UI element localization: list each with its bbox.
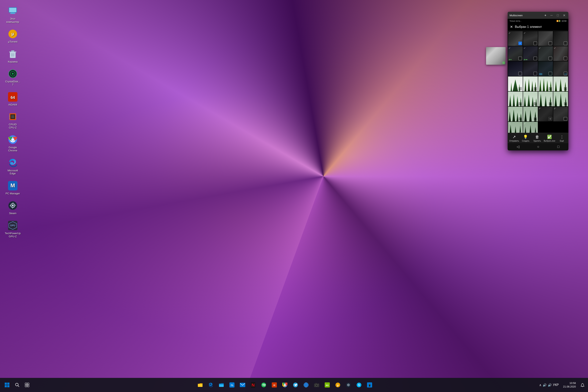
taskbar-app-files[interactable] <box>216 380 226 390</box>
gallery-item-checkbox[interactable] <box>564 72 567 75</box>
gallery-item[interactable]: ⤢ <box>538 46 553 61</box>
phone-gallery[interactable]: ⤢ ⤢ <box>508 31 569 133</box>
gallery-item[interactable] <box>553 76 568 91</box>
search-button[interactable] <box>12 380 22 390</box>
gallery-item[interactable]: ⤢ <box>508 76 523 91</box>
desktop-icon-this-pc[interactable]: Этот компьютер <box>4 4 21 25</box>
tray-chevron[interactable]: ∧ <box>539 383 542 387</box>
tray-lang[interactable]: УКР <box>553 383 559 387</box>
gallery-item[interactable]: ⤢ <box>523 122 538 133</box>
gallery-item-checkbox[interactable] <box>534 57 537 60</box>
gallery-item[interactable]: ⤢ ⤢ <box>538 107 553 122</box>
phone-home-button[interactable]: ○ <box>537 145 539 149</box>
desktop-icon-utorrent[interactable]: μ µTorrent <box>4 27 21 45</box>
gallery-item[interactable] <box>523 107 538 122</box>
desktop-icon-aida64[interactable]: 64 AIDA64 <box>4 90 21 108</box>
gallery-item[interactable] <box>538 62 553 76</box>
taskbar-app-chrome[interactable] <box>280 380 290 390</box>
taskbar-app-telegram[interactable] <box>290 380 301 390</box>
desktop-icon-steam[interactable]: Steam <box>4 198 21 216</box>
desktop-icon-chrome[interactable]: Google Chrome <box>4 132 21 154</box>
gallery-item-checkbox[interactable] <box>549 117 552 120</box>
gallery-item-checkbox[interactable] <box>534 117 537 120</box>
desktop-icon-cpuz[interactable]: CPUID CPU-Z <box>4 110 21 130</box>
gallery-item[interactable]: ⤢ <box>508 122 523 133</box>
gallery-item-checkbox[interactable] <box>564 117 567 120</box>
taskbar-app-camera[interactable] <box>312 380 322 390</box>
gallery-item[interactable] <box>523 62 538 76</box>
gallery-item-checkbox[interactable] <box>549 57 552 60</box>
gallery-item[interactable]: ⤢ <box>508 46 523 61</box>
taskbar-app-edge[interactable] <box>206 380 216 390</box>
gallery-item[interactable]: ⤢ <box>523 31 538 46</box>
phone-maximize-button[interactable]: □ <box>556 13 560 18</box>
start-button[interactable] <box>1 380 12 390</box>
gallery-item[interactable]: ⤢ <box>523 46 538 61</box>
phone-more-button[interactable]: ⋮ Ещё <box>557 134 567 142</box>
taskbar-app-mail[interactable] <box>237 380 248 390</box>
gallery-item-checkbox[interactable] <box>534 132 537 133</box>
gallery-item-checkbox[interactable] <box>564 42 567 45</box>
gallery-item-checkbox[interactable] <box>564 57 567 60</box>
gallery-item[interactable]: ⤢ <box>508 31 523 46</box>
gallery-item[interactable] <box>508 107 523 122</box>
gallery-item[interactable] <box>508 62 523 76</box>
phone-send-button[interactable]: ↗ Отправить <box>509 134 519 142</box>
desktop-icon-crystaldisk[interactable]: 7 CrystalDisk... 7 <box>4 67 21 88</box>
phone-header-close-button[interactable]: ✕ <box>510 25 513 29</box>
taskbar-app-explorer[interactable] <box>195 380 205 390</box>
phone-select-all-button[interactable]: ✅ Выбрать все <box>544 134 555 142</box>
notification-button[interactable] <box>579 380 587 390</box>
gallery-item[interactable]: ⤢ <box>523 76 538 91</box>
gallery-item[interactable] <box>553 92 568 106</box>
taskbar-app-steam[interactable] <box>343 380 354 390</box>
gallery-item-checkbox[interactable] <box>564 102 567 106</box>
gallery-item-checkbox[interactable] <box>518 102 522 106</box>
desktop-icon-pcmanager[interactable]: M PC Manager <box>4 179 21 197</box>
taskbar-app-skype[interactable]: S <box>354 380 364 390</box>
taskbar-app-spotify[interactable] <box>259 380 269 390</box>
taskbar-app-nvidia[interactable]: NV <box>322 380 332 390</box>
gallery-item-checkbox[interactable] <box>549 42 552 45</box>
taskbar-app-hwinfo[interactable]: H <box>269 380 279 390</box>
gallery-item[interactable]: ⤢ ⤢ <box>553 107 568 122</box>
gallery-item-checkbox[interactable] <box>564 87 567 90</box>
gallery-item[interactable] <box>553 62 568 76</box>
gallery-item[interactable]: ⤢ <box>553 46 568 61</box>
gallery-item-checkbox[interactable] <box>549 87 552 90</box>
taskbar-app-store[interactable]: 🛍 <box>227 380 237 390</box>
phone-minimize-button[interactable]: ─ <box>549 13 554 18</box>
gallery-item-checkbox[interactable] <box>534 87 537 90</box>
gallery-item[interactable]: ⤢ <box>538 76 553 91</box>
taskbar-app-utorrent[interactable]: μ <box>333 380 343 390</box>
phone-create-button[interactable]: 💡 Создать <box>521 134 531 142</box>
desktop-icon-recycle[interactable]: Корзина <box>4 47 21 65</box>
taskbar-app-netflix[interactable]: N <box>248 380 258 390</box>
gallery-item-checkbox[interactable] <box>549 72 552 75</box>
task-view-button[interactable] <box>22 380 32 390</box>
gallery-item[interactable] <box>553 31 568 46</box>
gallery-item-checkbox[interactable] <box>534 42 537 45</box>
phone-recents-button[interactable]: □ <box>557 145 559 149</box>
gallery-item-checkbox[interactable] <box>518 72 522 75</box>
desktop-icon-edge[interactable]: Microsoft Edge <box>4 156 21 177</box>
gallery-item-checkbox[interactable] <box>518 42 522 45</box>
tray-volume[interactable]: 🔊 <box>543 383 547 387</box>
gallery-item-checkbox[interactable] <box>518 87 522 90</box>
gallery-item-checkbox[interactable] <box>518 132 522 133</box>
gallery-item-checkbox[interactable] <box>518 57 522 60</box>
gallery-item-checkbox[interactable] <box>534 102 537 106</box>
gallery-item[interactable] <box>523 92 538 106</box>
tray-network[interactable]: 🔊 <box>548 383 552 387</box>
phone-delete-button[interactable]: 🗑 Удалить <box>532 135 542 142</box>
phone-back-button[interactable]: ◁ <box>517 144 519 149</box>
gallery-item[interactable] <box>538 92 553 106</box>
gallery-item-checkbox[interactable] <box>549 102 552 106</box>
gallery-item[interactable] <box>508 92 523 106</box>
taskbar-app-last[interactable]: 📱 <box>365 380 375 390</box>
phone-pin-button[interactable]: ✦ <box>543 13 548 18</box>
gallery-item-checkbox[interactable] <box>534 72 537 75</box>
taskbar-app-browser2[interactable] <box>301 380 311 390</box>
gallery-item-checkbox[interactable] <box>518 117 522 120</box>
desktop-icon-techpowerup[interactable]: GPU TechPowerUp GPU-Z <box>4 218 21 240</box>
